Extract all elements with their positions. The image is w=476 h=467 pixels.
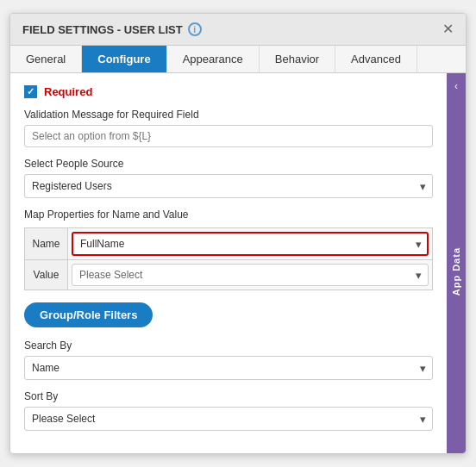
validation-message-input[interactable] <box>24 125 433 147</box>
people-source-select[interactable]: Registered Users <box>24 174 433 198</box>
validation-message-label: Validation Message for Required Field <box>24 109 433 121</box>
tab-behavior[interactable]: Behavior <box>260 46 335 72</box>
map-properties-label: Map Properties for Name and Value <box>24 209 433 221</box>
sort-by-label: Sort By <box>24 390 433 402</box>
name-select-wrap: FullName ▾ <box>72 232 429 256</box>
tab-appearance[interactable]: Appearance <box>167 46 260 72</box>
people-source-label: Select People Source <box>24 158 433 170</box>
modal-header: FIELD SETTINGS - USER LIST i ✕ <box>10 14 466 46</box>
close-button[interactable]: ✕ <box>442 22 454 36</box>
tab-general[interactable]: General <box>10 46 82 72</box>
table-row: Name FullName ▾ <box>25 228 433 260</box>
name-row-label: Name <box>25 228 68 260</box>
required-row: ✓ Required <box>24 85 433 98</box>
modal-title-text: FIELD SETTINGS - USER LIST <box>22 23 183 36</box>
search-by-select[interactable]: Name <box>24 356 433 380</box>
value-select-wrap: Please Select ▾ <box>72 264 429 286</box>
modal: FIELD SETTINGS - USER LIST i ✕ General C… <box>9 13 467 454</box>
sidebar-chevron-icon: ‹ <box>454 80 458 92</box>
value-row-label: Value <box>25 260 68 290</box>
app-data-sidebar-tab[interactable]: ‹ App Data <box>447 73 466 453</box>
required-checkbox[interactable]: ✓ <box>24 85 37 98</box>
content-area: ✓ Required Validation Message for Requir… <box>10 73 447 453</box>
info-icon[interactable]: i <box>188 22 202 36</box>
tab-advanced[interactable]: Advanced <box>335 46 417 72</box>
tabs-bar: General Configure Appearance Behavior Ad… <box>10 46 466 73</box>
modal-title: FIELD SETTINGS - USER LIST i <box>22 22 202 36</box>
name-select[interactable]: FullName <box>72 232 429 256</box>
group-role-filters-button[interactable]: Group/Role Filters <box>24 302 153 327</box>
table-row: Value Please Select ▾ <box>25 260 433 290</box>
modal-body: ✓ Required Validation Message for Requir… <box>10 73 466 453</box>
app-data-label: App Data <box>451 247 461 296</box>
tab-configure[interactable]: Configure <box>82 46 166 72</box>
check-icon: ✓ <box>27 86 34 97</box>
sort-by-wrap: Please Select ▾ <box>24 407 433 431</box>
value-select-cell: Please Select ▾ <box>68 260 433 290</box>
sort-by-select[interactable]: Please Select <box>24 407 433 431</box>
map-properties-table: Name FullName ▾ Value <box>24 227 433 290</box>
people-source-wrap: Registered Users ▾ <box>24 174 433 198</box>
value-select[interactable]: Please Select <box>72 264 429 286</box>
name-select-cell: FullName ▾ <box>68 228 433 260</box>
search-by-label: Search By <box>24 339 433 352</box>
search-by-wrap: Name ▾ <box>24 356 433 380</box>
required-label: Required <box>44 85 92 98</box>
